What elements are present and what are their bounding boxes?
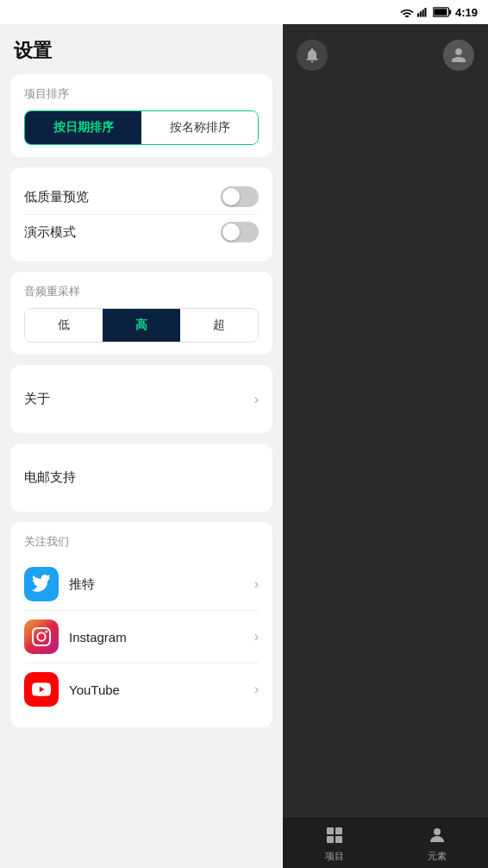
resample-buttons-group: 低 高 超 — [24, 308, 259, 343]
page-title: 设置 — [0, 24, 283, 74]
projects-icon — [322, 823, 347, 847]
profile-icon — [450, 47, 467, 64]
status-time: 4:19 — [455, 6, 478, 19]
follow-us-label: 关注我们 — [24, 534, 259, 550]
about-card[interactable]: 关于 › — [10, 365, 272, 433]
nav-projects-label: 项目 — [325, 850, 344, 863]
nav-projects[interactable]: 项目 — [322, 823, 347, 863]
follow-us-card: 关注我们 推特 › Instagram — [10, 522, 272, 727]
svg-rect-15 — [422, 9, 424, 16]
sort-by-name-button[interactable]: 按名称排序 — [141, 111, 258, 144]
email-support-item[interactable]: 电邮支持 — [24, 456, 259, 500]
instagram-left: Instagram — [24, 620, 127, 654]
low-quality-toggle[interactable] — [221, 186, 259, 207]
svg-rect-11 — [335, 836, 342, 843]
twitter-name: 推特 — [69, 576, 95, 593]
audio-label: 音频重采样 — [24, 284, 259, 299]
svg-rect-13 — [417, 13, 419, 16]
low-quality-row: 低质量预览 — [24, 179, 259, 214]
settings-panel: 设置 项目排序 按日期排序 按名称排序 低质量预览 演示模式 音频重采样 低 高… — [0, 0, 283, 868]
youtube-left: YouTube — [24, 672, 120, 707]
svg-rect-14 — [420, 11, 422, 16]
elements-icon — [425, 823, 449, 847]
email-support-label: 电邮支持 — [24, 469, 76, 486]
status-bar: 4:19 — [0, 0, 488, 24]
instagram-name: Instagram — [69, 630, 127, 645]
low-quality-label: 低质量预览 — [24, 189, 89, 205]
bottom-navigation: 项目 元素 — [283, 816, 488, 868]
sort-by-date-button[interactable]: 按日期排序 — [25, 111, 141, 144]
resample-high-button[interactable]: 高 — [103, 309, 180, 342]
resample-ultra-button[interactable]: 超 — [180, 309, 258, 342]
svg-rect-16 — [424, 8, 426, 17]
right-top-icons — [283, 33, 488, 78]
about-item[interactable]: 关于 › — [24, 377, 259, 421]
svg-rect-9 — [335, 827, 342, 834]
toggle-card: 低质量预览 演示模式 — [10, 167, 272, 261]
svg-rect-19 — [434, 9, 447, 16]
demo-mode-label: 演示模式 — [24, 224, 76, 241]
youtube-item[interactable]: YouTube › — [24, 663, 259, 715]
right-icon-right[interactable] — [443, 40, 474, 71]
svg-rect-8 — [327, 827, 334, 834]
svg-rect-10 — [327, 836, 334, 843]
status-wifi-icon — [400, 7, 414, 17]
demo-mode-toggle[interactable] — [221, 222, 259, 242]
twitter-icon — [24, 567, 59, 601]
status-bar-icons: 4:19 — [400, 6, 478, 19]
status-battery-icon — [433, 7, 452, 17]
status-signal-icon — [417, 7, 429, 17]
right-icon-left[interactable] — [297, 40, 328, 71]
resample-low-button[interactable]: 低 — [25, 309, 103, 342]
youtube-icon — [24, 672, 59, 707]
audio-resample-card: 音频重采样 低 高 超 — [10, 272, 272, 355]
nav-elements-label: 元素 — [428, 850, 447, 863]
svg-point-12 — [434, 828, 441, 835]
svg-rect-18 — [449, 9, 452, 14]
twitter-left: 推特 — [24, 567, 95, 601]
sort-buttons-group: 按日期排序 按名称排序 — [24, 110, 259, 145]
right-panel: 4:19 项目 — [283, 0, 488, 868]
email-support-card[interactable]: 电邮支持 — [10, 443, 272, 512]
demo-mode-row: 演示模式 — [24, 214, 259, 249]
twitter-chevron-icon: › — [254, 576, 259, 592]
sort-label: 项目排序 — [24, 86, 259, 102]
instagram-chevron-icon: › — [254, 629, 259, 645]
about-chevron-icon: › — [254, 392, 259, 407]
instagram-icon — [24, 620, 59, 654]
youtube-name: YouTube — [69, 682, 120, 697]
about-label: 关于 — [24, 391, 50, 407]
nav-elements[interactable]: 元素 — [425, 823, 449, 863]
twitter-item[interactable]: 推特 › — [24, 558, 259, 610]
bell-icon — [303, 47, 321, 64]
instagram-item[interactable]: Instagram › — [24, 610, 259, 663]
youtube-chevron-icon: › — [254, 682, 259, 697]
sort-order-card: 项目排序 按日期排序 按名称排序 — [10, 74, 272, 157]
